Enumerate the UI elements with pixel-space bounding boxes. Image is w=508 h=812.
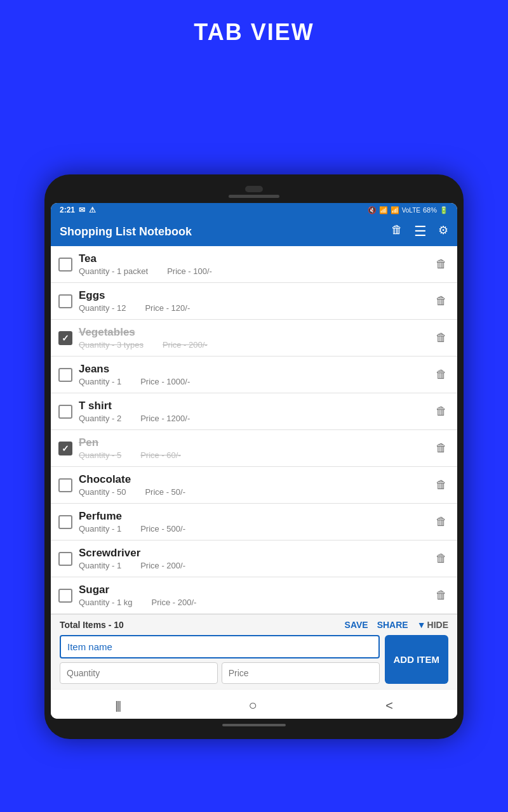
chevron-down-icon: ▼ [417, 620, 426, 630]
share-button[interactable]: SHARE [377, 620, 408, 630]
status-time: 2:21 [60, 206, 75, 214]
item-name-screwdriver: Screwdriver [79, 547, 427, 560]
battery-icon: 🔋 [439, 206, 448, 214]
delete-chocolate[interactable]: 🗑 [433, 476, 450, 494]
item-qty-tea: Quantity - 1 packet [79, 266, 148, 276]
app-title: Shopping List Notebook [60, 225, 192, 239]
checkbox-screwdriver[interactable] [58, 552, 72, 566]
home-indicator [222, 724, 286, 726]
item-name-eggs: Eggs [79, 289, 427, 302]
item-name-tea: Tea [79, 252, 427, 265]
list-item: Vegetables Quantity - 3 types Price - 20… [51, 320, 457, 357]
item-name-vegetables: Vegetables [79, 326, 427, 339]
item-price-jeans: Price - 1000/- [140, 377, 190, 386]
checkbox-tea[interactable] [58, 258, 72, 272]
speaker-bar [229, 195, 279, 198]
bottom-bar: Total Items - 10 SAVE SHARE ▼ HIDE [51, 614, 457, 689]
item-price-tea: Price - 100/- [167, 266, 212, 276]
item-price-pen: Price - 60/- [140, 450, 181, 460]
delete-vegetables[interactable]: 🗑 [433, 329, 450, 347]
list-view-icon[interactable]: ☰ [414, 223, 427, 240]
status-bar: 2:21 ✉ ⚠ 🔇 📶 📶 VoLTE 68% 🔋 [51, 203, 457, 217]
list-item: Sugar Quantity - 1 kg Price - 200/- 🗑 [51, 577, 457, 614]
battery-text: 68% [423, 206, 437, 214]
checkbox-chocolate[interactable] [58, 478, 72, 492]
checkbox-vegetables[interactable] [58, 331, 72, 345]
item-qty-pen: Quantity - 5 [79, 450, 121, 460]
item-qty-screwdriver: Quantity - 1 [79, 561, 121, 570]
item-price-sugar: Price - 200/- [152, 598, 197, 607]
hide-button[interactable]: ▼ HIDE [417, 620, 448, 630]
save-button[interactable]: SAVE [345, 620, 368, 630]
list-item: Screwdriver Quantity - 1 Price - 200/- 🗑 [51, 540, 457, 577]
delete-all-icon[interactable]: 🗑 [391, 223, 403, 240]
add-item-button[interactable]: ADD ITEM [385, 635, 449, 684]
price-input[interactable] [222, 662, 380, 684]
item-name-perfume: Perfume [79, 510, 427, 523]
total-items-label: Total Items - 10 [60, 620, 124, 630]
item-price-perfume: Price - 500/- [140, 524, 185, 534]
checkbox-sugar[interactable] [58, 589, 72, 603]
item-qty-jeans: Quantity - 1 [79, 377, 121, 386]
list-item: Perfume Quantity - 1 Price - 500/- 🗑 [51, 504, 457, 540]
delete-perfume[interactable]: 🗑 [433, 513, 450, 531]
item-qty-vegetables: Quantity - 3 types [79, 340, 144, 350]
delete-tea[interactable]: 🗑 [433, 255, 450, 273]
item-name-pen: Pen [79, 436, 427, 449]
signal-icon: 📶 [391, 206, 399, 214]
item-price-vegetables: Price - 200/- [163, 340, 208, 350]
delete-tshirt[interactable]: 🗑 [433, 402, 450, 421]
item-price-tshirt: Price - 1200/- [140, 414, 190, 423]
mute-icon: 🔇 [368, 206, 377, 214]
wifi-icon: 📶 [379, 206, 388, 214]
checkbox-perfume[interactable] [58, 515, 72, 529]
item-name-tshirt: T shirt [79, 400, 427, 412]
screen: 2:21 ✉ ⚠ 🔇 📶 📶 VoLTE 68% 🔋 Shopping List… [51, 203, 457, 719]
list-item: Chocolate Quantity - 50 Price - 50/- 🗑 [51, 467, 457, 504]
item-name-input[interactable] [60, 635, 380, 658]
item-name-chocolate: Chocolate [79, 473, 427, 486]
list-item: Eggs Quantity - 12 Price - 120/- 🗑 [51, 283, 457, 320]
email-icon: ✉ [79, 206, 85, 214]
app-bar: Shopping List Notebook 🗑 ☰ ⚙ [51, 217, 457, 246]
checkbox-eggs[interactable] [58, 294, 72, 308]
delete-jeans[interactable]: 🗑 [433, 365, 450, 384]
checkbox-tshirt[interactable] [58, 405, 72, 419]
home-icon[interactable]: ○ [249, 697, 257, 714]
item-qty-eggs: Quantity - 12 [79, 303, 126, 313]
item-qty-sugar: Quantity - 1 kg [79, 598, 133, 607]
device-wrapper: 2:21 ✉ ⚠ 🔇 📶 📶 VoLTE 68% 🔋 Shopping List… [44, 174, 464, 739]
item-name-jeans: Jeans [79, 363, 427, 376]
item-price-chocolate: Price - 50/- [145, 487, 185, 497]
item-qty-chocolate: Quantity - 50 [79, 487, 126, 497]
delete-screwdriver[interactable]: 🗑 [433, 549, 450, 568]
item-qty-perfume: Quantity - 1 [79, 524, 121, 534]
delete-eggs[interactable]: 🗑 [433, 292, 450, 310]
page-title: TAB VIEW [0, 19, 508, 46]
item-qty-tshirt: Quantity - 2 [79, 414, 121, 423]
item-price-eggs: Price - 120/- [145, 303, 190, 313]
delete-pen[interactable]: 🗑 [433, 439, 450, 457]
list-item: Jeans Quantity - 1 Price - 1000/- 🗑 [51, 357, 457, 393]
nav-bar: ||| ○ < [51, 689, 457, 719]
recent-apps-icon[interactable]: ||| [115, 699, 120, 712]
list-item: Pen Quantity - 5 Price - 60/- 🗑 [51, 430, 457, 467]
lte-icon: VoLTE [402, 207, 420, 214]
item-price-screwdriver: Price - 200/- [140, 561, 185, 570]
list-item: Tea Quantity - 1 packet Price - 100/- 🗑 [51, 246, 457, 283]
alert-icon: ⚠ [89, 206, 96, 214]
checkbox-jeans[interactable] [58, 368, 72, 382]
list-area: Tea Quantity - 1 packet Price - 100/- 🗑 … [51, 246, 457, 614]
camera [245, 186, 263, 192]
item-name-sugar: Sugar [79, 584, 427, 596]
list-item: T shirt Quantity - 2 Price - 1200/- 🗑 [51, 393, 457, 430]
back-icon[interactable]: < [385, 698, 393, 713]
quantity-input[interactable] [60, 662, 218, 684]
settings-icon[interactable]: ⚙ [438, 223, 448, 240]
delete-sugar[interactable]: 🗑 [433, 586, 450, 605]
checkbox-pen[interactable] [58, 442, 72, 455]
